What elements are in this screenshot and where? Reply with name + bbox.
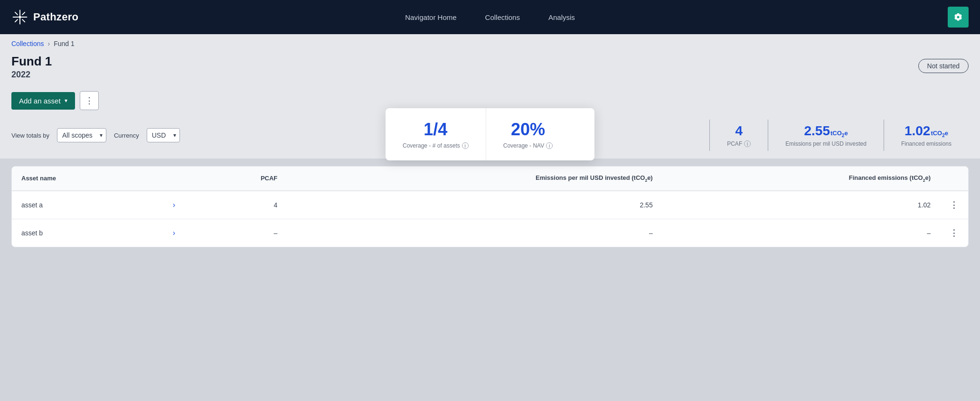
row-menu-icon[interactable]: ⋮ — [950, 228, 959, 238]
col-asset-name: Asset name — [12, 167, 160, 191]
breadcrumb-separator: › — [47, 40, 50, 47]
floating-card: 1/4 Coverage - # of assets i 20% Coverag… — [386, 108, 594, 160]
asset-name-cell: asset b — [12, 219, 160, 247]
chevron-cell[interactable]: › — [160, 219, 188, 247]
chevron-cell[interactable]: › — [160, 191, 188, 219]
coverage-nav-value: 20% — [503, 120, 553, 140]
coverage-assets-stat: 1/4 Coverage - # of assets i — [386, 108, 486, 160]
add-asset-label: Add an asset — [19, 97, 61, 105]
breadcrumb-current: Fund 1 — [54, 40, 75, 47]
scope-select-wrapper: All scopes — [57, 128, 106, 142]
pcaf-stat: 4 PCAF i — [709, 120, 768, 151]
nav-links: Navigator Home Collections Analysis — [405, 13, 575, 21]
row-actions-cell[interactable]: ⋮ — [940, 219, 968, 247]
nav-analysis-link[interactable]: Analysis — [548, 13, 575, 21]
row-menu-icon[interactable]: ⋮ — [950, 200, 959, 210]
coverage-assets-value: 1/4 — [403, 120, 469, 140]
financed-label: Financed emissions — [901, 140, 952, 147]
emissions-unit: tCO2e — [830, 130, 848, 138]
filter-group: View totals by All scopes Currency USD — [11, 128, 180, 142]
currency-select[interactable]: USD — [147, 128, 180, 142]
financed-value: 1.02 tCO2e — [901, 123, 952, 139]
more-options-button[interactable]: ⋮ — [80, 91, 99, 110]
row-expand-icon[interactable]: › — [173, 229, 175, 237]
svg-line-7 — [15, 19, 18, 22]
page-title-group: Fund 1 2022 — [11, 54, 52, 80]
row-expand-icon[interactable]: › — [173, 201, 175, 209]
logo-icon — [11, 9, 28, 26]
page-header: Fund 1 2022 Not started — [0, 50, 980, 87]
emissions-label: Emissions per mil USD invested — [785, 140, 867, 147]
currency-label: Currency — [114, 132, 139, 139]
coverage-nav-label: Coverage - NAV i — [503, 142, 553, 149]
assets-table: Asset name PCAF Emissions per mil USD in… — [12, 167, 968, 247]
table-body: asset a › 4 2.55 1.02 ⋮ asset b › – – – … — [12, 191, 968, 247]
scope-select[interactable]: All scopes — [57, 128, 106, 142]
add-asset-button[interactable]: Add an asset ▾ — [11, 92, 75, 110]
nav-collections-link[interactable]: Collections — [485, 13, 520, 21]
page-title: Fund 1 — [11, 54, 52, 69]
status-badge: Not started — [918, 59, 969, 73]
gear-icon — [953, 12, 963, 22]
financed-stat: 1.02 tCO2e Financed emissions — [884, 120, 969, 151]
currency-select-wrapper: USD — [147, 128, 180, 142]
pcaf-cell: 4 — [188, 191, 287, 219]
nav-home-link[interactable]: Navigator Home — [405, 13, 456, 21]
assets-table-container: Asset name PCAF Emissions per mil USD in… — [11, 166, 969, 247]
emissions-cell: – — [287, 219, 662, 247]
settings-button[interactable] — [948, 7, 969, 28]
col-spacer — [160, 167, 188, 191]
inline-stats: 4 PCAF i 2.55 tCO2e Emissions per mil US… — [709, 120, 969, 151]
coverage-assets-label: Coverage - # of assets i — [403, 142, 469, 149]
emissions-stat: 2.55 tCO2e Emissions per mil USD investe… — [768, 120, 884, 151]
col-pcaf: PCAF — [188, 167, 287, 191]
table-row: asset a › 4 2.55 1.02 ⋮ — [12, 191, 968, 219]
chevron-down-icon: ▾ — [65, 97, 67, 104]
financed-cell: 1.02 — [662, 191, 940, 219]
ellipsis-icon: ⋮ — [85, 95, 94, 106]
brand-name: Pathzero — [33, 11, 78, 23]
brand: Pathzero — [11, 9, 78, 26]
emissions-value: 2.55 tCO2e — [785, 123, 867, 139]
coverage-nav-stat: 20% Coverage - NAV i — [486, 108, 570, 160]
asset-name-cell: asset a — [12, 191, 160, 219]
svg-line-5 — [22, 19, 25, 22]
coverage-nav-info-icon[interactable]: i — [546, 142, 553, 149]
pcaf-cell: – — [188, 219, 287, 247]
stats-row: View totals by All scopes Currency USD 1… — [0, 118, 980, 159]
table-header-row: Asset name PCAF Emissions per mil USD in… — [12, 167, 968, 191]
coverage-assets-info-icon[interactable]: i — [462, 142, 469, 149]
emissions-cell: 2.55 — [287, 191, 662, 219]
navbar: Pathzero Navigator Home Collections Anal… — [0, 0, 980, 34]
svg-line-6 — [22, 12, 25, 15]
breadcrumb-parent[interactable]: Collections — [11, 40, 44, 47]
financed-unit: tCO2e — [931, 130, 948, 138]
pcaf-label: PCAF i — [727, 140, 751, 147]
row-actions-cell[interactable]: ⋮ — [940, 191, 968, 219]
svg-line-4 — [15, 12, 18, 15]
page-year: 2022 — [11, 70, 52, 80]
view-totals-label: View totals by — [11, 132, 49, 139]
col-emissions: Emissions per mil USD invested (tCO2e) — [287, 167, 662, 191]
financed-cell: – — [662, 219, 940, 247]
pcaf-info-icon[interactable]: i — [744, 140, 751, 147]
svg-point-12 — [19, 16, 21, 18]
breadcrumb: Collections › Fund 1 — [0, 34, 980, 50]
col-financed: Financed emissions (tCO2e) — [662, 167, 940, 191]
pcaf-value: 4 — [727, 123, 751, 139]
table-row: asset b › – – – ⋮ — [12, 219, 968, 247]
